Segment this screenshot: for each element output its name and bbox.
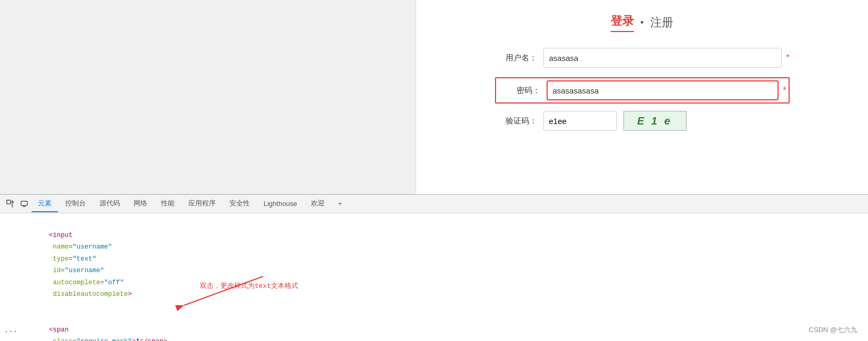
captcha-row: 验证码： E 1 e bbox=[495, 111, 790, 131]
password-required: * bbox=[783, 86, 786, 95]
tab-elements[interactable]: 元素 bbox=[32, 195, 58, 212]
devtools-panel: 元素 控制台 源代码 网络 性能 应用程序 安全性 Lighthouse 欢迎 … bbox=[0, 194, 868, 341]
tab-lighthouse[interactable]: Lighthouse bbox=[257, 197, 304, 212]
code-line-2: <span class="require-mark">*</span> bbox=[8, 312, 860, 341]
username-input[interactable] bbox=[543, 48, 782, 68]
tab-network[interactable]: 网络 bbox=[127, 195, 154, 212]
password-input[interactable] bbox=[547, 80, 779, 100]
login-title: 登录 • 注册 bbox=[611, 13, 673, 32]
password-row: 密码： * bbox=[498, 80, 786, 100]
title-dot: • bbox=[640, 17, 643, 28]
tab-console[interactable]: 控制台 bbox=[59, 195, 92, 212]
devtools-annotation-text: 双击，更改样式为text文本格式 bbox=[200, 280, 298, 292]
login-tab[interactable]: 登录 bbox=[611, 13, 634, 32]
tab-add[interactable]: + bbox=[332, 197, 349, 212]
login-panel: 登录 • 注册 用户名： * 密码： * 验证码： bbox=[416, 0, 868, 194]
captcha-image-text: E 1 e bbox=[637, 115, 672, 127]
register-tab[interactable]: 注册 bbox=[650, 15, 673, 30]
username-row: 用户名： * bbox=[495, 48, 790, 68]
captcha-image[interactable]: E 1 e bbox=[623, 111, 687, 131]
tab-application[interactable]: 应用程序 bbox=[182, 195, 222, 212]
csdn-watermark: CSDN @七六九 bbox=[809, 325, 857, 335]
tab-performance[interactable]: 性能 bbox=[155, 195, 181, 212]
username-required: * bbox=[786, 53, 789, 63]
username-label: 用户名： bbox=[495, 53, 537, 63]
code-line-1: <input name="username" type="text" id="u… bbox=[8, 218, 860, 312]
password-label: 密码： bbox=[498, 86, 540, 96]
device-icon[interactable] bbox=[18, 198, 31, 210]
svg-rect-2 bbox=[7, 200, 11, 204]
right-arrow-svg bbox=[865, 116, 868, 147]
inspect-icon[interactable] bbox=[4, 198, 17, 210]
captcha-label: 验证码： bbox=[495, 116, 537, 126]
tab-sources[interactable]: 源代码 bbox=[93, 195, 126, 212]
svg-rect-5 bbox=[21, 201, 27, 205]
captcha-input[interactable] bbox=[543, 111, 617, 131]
devtools-code: <input name="username" type="text" id="u… bbox=[0, 213, 868, 341]
form-section: 用户名： * 密码： * 验证码： E 1 e bbox=[495, 48, 790, 140]
tab-welcome[interactable]: 欢迎 bbox=[305, 195, 331, 212]
more-indicator: ... bbox=[4, 324, 17, 337]
devtools-tabs: 元素 控制台 源代码 网络 性能 应用程序 安全性 Lighthouse 欢迎 … bbox=[0, 195, 868, 213]
password-row-highlight: 密码： * bbox=[495, 77, 790, 104]
devtools-arrow-svg bbox=[158, 271, 274, 313]
tab-security[interactable]: 安全性 bbox=[223, 195, 256, 212]
